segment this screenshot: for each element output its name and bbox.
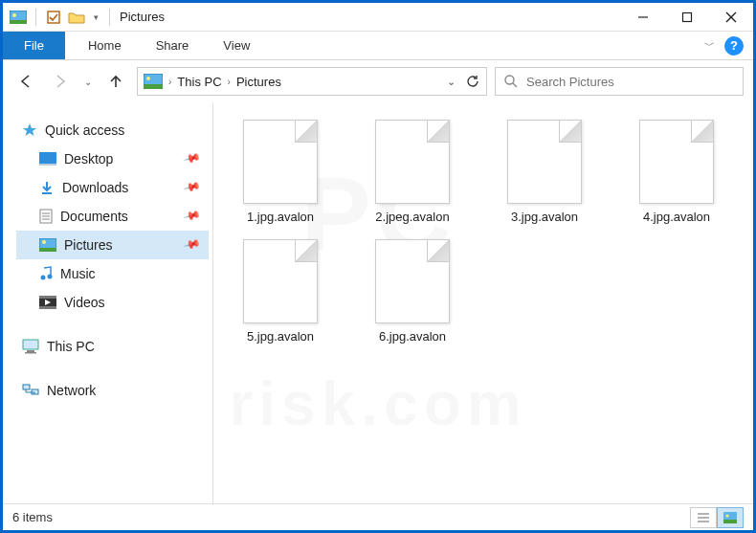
sidebar-item-desktop[interactable]: Desktop 📌 bbox=[16, 144, 209, 173]
file-name: 2.jpeg.avalon bbox=[375, 210, 449, 224]
ribbon: File Home Share View ﹀ ? bbox=[3, 32, 753, 60]
this-pc-icon bbox=[22, 339, 39, 354]
file-thumb-icon bbox=[375, 239, 450, 323]
navigation-pane: Quick access Desktop 📌 Downloads 📌 Docum… bbox=[3, 102, 213, 503]
svg-rect-28 bbox=[39, 306, 56, 309]
window-title: Pictures bbox=[114, 10, 165, 24]
sidebar-item-videos[interactable]: Videos bbox=[16, 288, 209, 317]
maximize-button[interactable] bbox=[665, 3, 709, 32]
chevron-right-icon[interactable]: › bbox=[168, 77, 171, 87]
ribbon-expand-icon[interactable]: ﹀ bbox=[704, 38, 715, 53]
sidebar-item-label: Music bbox=[60, 266, 96, 281]
file-thumb-icon bbox=[375, 120, 450, 204]
file-item[interactable]: 2.jpeg.avalon bbox=[355, 116, 470, 228]
sidebar-item-downloads[interactable]: Downloads 📌 bbox=[16, 173, 209, 202]
sidebar-item-label: Quick access bbox=[45, 122, 124, 138]
folder-icon[interactable] bbox=[67, 9, 86, 26]
forward-button[interactable] bbox=[47, 68, 74, 95]
sidebar-quick-access[interactable]: Quick access bbox=[16, 116, 209, 144]
tab-view[interactable]: View bbox=[206, 32, 267, 59]
svg-rect-31 bbox=[27, 350, 34, 352]
svg-rect-32 bbox=[25, 352, 36, 354]
documents-icon bbox=[39, 209, 53, 224]
svg-marker-13 bbox=[23, 123, 36, 136]
svg-rect-9 bbox=[144, 84, 163, 89]
window-controls bbox=[621, 3, 753, 32]
svg-rect-1 bbox=[10, 20, 27, 24]
file-name: 5.jpg.avalon bbox=[247, 329, 314, 344]
back-button[interactable] bbox=[12, 68, 39, 95]
file-name: 6.jpg.avalon bbox=[379, 329, 446, 344]
sidebar-item-pictures[interactable]: Pictures 📌 bbox=[16, 231, 209, 259]
sidebar-item-documents[interactable]: Documents 📌 bbox=[16, 202, 209, 231]
downloads-icon bbox=[39, 180, 55, 195]
recent-dropdown-icon[interactable]: ⌄ bbox=[81, 68, 95, 95]
svg-rect-27 bbox=[39, 296, 56, 299]
main-area: Quick access Desktop 📌 Downloads 📌 Docum… bbox=[3, 102, 753, 503]
sidebar-item-label: Desktop bbox=[64, 151, 113, 167]
qat-dropdown-icon[interactable]: ▾ bbox=[90, 9, 101, 26]
svg-point-23 bbox=[42, 240, 46, 244]
up-button[interactable] bbox=[102, 68, 129, 95]
file-item[interactable]: 5.jpg.avalon bbox=[223, 235, 338, 347]
search-icon bbox=[503, 74, 519, 89]
file-name: 4.jpg.avalon bbox=[643, 210, 710, 224]
pin-icon: 📌 bbox=[183, 177, 205, 198]
search-input[interactable] bbox=[526, 75, 735, 89]
pin-icon: 📌 bbox=[183, 206, 205, 227]
tab-home[interactable]: Home bbox=[71, 32, 139, 59]
help-icon[interactable]: ? bbox=[724, 36, 744, 56]
address-row: ⌄ › This PC › Pictures ⌄ bbox=[3, 60, 753, 102]
sidebar-item-label: Pictures bbox=[64, 237, 113, 253]
properties-icon[interactable] bbox=[44, 9, 63, 26]
chevron-right-icon[interactable]: › bbox=[228, 77, 231, 87]
view-details-button[interactable] bbox=[690, 507, 717, 528]
refresh-icon[interactable] bbox=[465, 74, 480, 89]
app-icon bbox=[9, 9, 28, 26]
file-thumb-icon bbox=[507, 120, 582, 204]
view-large-icons-button[interactable] bbox=[717, 507, 744, 528]
file-thumb-icon bbox=[639, 120, 714, 204]
svg-rect-22 bbox=[39, 248, 56, 252]
svg-line-12 bbox=[513, 83, 517, 87]
videos-icon bbox=[39, 296, 56, 309]
file-item[interactable]: 1.jpg.avalon bbox=[223, 116, 338, 228]
file-thumb-icon bbox=[243, 239, 318, 323]
minimize-button[interactable] bbox=[621, 3, 665, 32]
network-icon bbox=[22, 383, 39, 398]
file-tab[interactable]: File bbox=[3, 32, 65, 59]
svg-point-24 bbox=[41, 276, 46, 280]
file-item[interactable]: 6.jpg.avalon bbox=[355, 235, 470, 347]
breadcrumb-pictures[interactable]: Pictures bbox=[236, 75, 281, 89]
file-item[interactable]: 4.jpg.avalon bbox=[619, 116, 734, 228]
sidebar-this-pc[interactable]: This PC bbox=[16, 332, 209, 361]
svg-rect-33 bbox=[23, 385, 30, 389]
sidebar-item-label: Downloads bbox=[62, 180, 128, 195]
breadcrumb-this-pc[interactable]: This PC bbox=[177, 75, 221, 89]
location-pictures-icon bbox=[144, 74, 163, 89]
status-item-count: 6 items bbox=[12, 510, 53, 524]
tab-share[interactable]: Share bbox=[139, 32, 207, 59]
pin-icon: 📌 bbox=[183, 234, 205, 255]
file-list[interactable]: 1.jpg.avalon 2.jpeg.avalon 3.jpg.avalon … bbox=[213, 102, 753, 503]
file-item[interactable]: 3.jpg.avalon bbox=[487, 116, 602, 228]
sidebar-item-label: Documents bbox=[60, 209, 128, 224]
sidebar-item-label: Videos bbox=[64, 295, 105, 310]
address-dropdown-icon[interactable]: ⌄ bbox=[447, 76, 456, 88]
file-thumb-icon bbox=[243, 120, 318, 204]
svg-rect-39 bbox=[723, 520, 737, 523]
address-bar[interactable]: › This PC › Pictures ⌄ bbox=[137, 67, 487, 96]
sidebar-item-music[interactable]: Music bbox=[16, 259, 209, 288]
status-bar: 6 items bbox=[3, 503, 753, 530]
search-box[interactable] bbox=[495, 67, 744, 96]
svg-rect-5 bbox=[683, 12, 692, 21]
svg-point-10 bbox=[146, 77, 150, 80]
svg-point-11 bbox=[505, 76, 514, 84]
quick-access-toolbar: ▾ bbox=[3, 9, 114, 26]
close-button[interactable] bbox=[709, 3, 753, 32]
music-icon bbox=[39, 266, 53, 281]
svg-point-25 bbox=[48, 275, 53, 279]
pictures-icon bbox=[39, 238, 56, 252]
svg-point-2 bbox=[12, 13, 16, 17]
sidebar-network[interactable]: Network bbox=[16, 376, 209, 405]
